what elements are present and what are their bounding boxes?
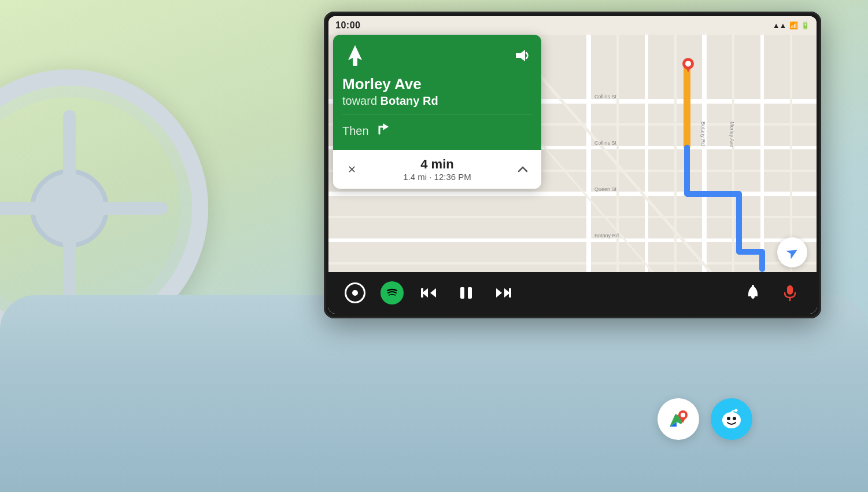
- control-right-group: [736, 276, 807, 310]
- nav-card-bottom: ✕ 4 min 1.4 mi · 12:36 PM: [333, 150, 541, 189]
- svg-point-30: [685, 61, 691, 67]
- svg-marker-34: [383, 123, 389, 130]
- svg-rect-39: [468, 287, 472, 299]
- home-circle-icon: [345, 282, 365, 303]
- svg-point-53: [722, 412, 741, 428]
- svg-marker-40: [496, 288, 502, 298]
- compass-arrow-icon: ➤: [782, 241, 803, 263]
- control-bar: [328, 272, 817, 314]
- svg-rect-44: [787, 285, 793, 295]
- nav-card-header: [342, 43, 532, 68]
- waze-app-icon[interactable]: [711, 398, 752, 440]
- dashboard: [0, 295, 868, 492]
- spotify-button[interactable]: [375, 276, 409, 310]
- svg-rect-37: [421, 288, 423, 298]
- prev-track-button[interactable]: [412, 276, 446, 310]
- status-time: 10:00: [335, 20, 360, 31]
- nav-expand-button[interactable]: [514, 160, 532, 179]
- notification-button[interactable]: [736, 276, 770, 310]
- next-track-button[interactable]: [486, 276, 520, 310]
- svg-rect-32: [353, 57, 357, 66]
- signal-icon: ▲▲: [773, 21, 786, 30]
- home-circle-inner: [352, 290, 358, 296]
- svg-text:Botany Rd: Botany Rd: [700, 122, 706, 146]
- spotify-icon: [381, 281, 404, 304]
- svg-text:Collins St: Collins St: [594, 140, 617, 146]
- nav-toward-street: Botany Rd: [381, 94, 438, 107]
- nav-info: 4 min 1.4 mi · 12:36 PM: [403, 157, 471, 182]
- home-button[interactable]: [338, 276, 372, 310]
- svg-text:Collins St: Collins St: [594, 94, 617, 100]
- nav-card-top: Morley Ave toward Botany Rd Then: [333, 35, 541, 150]
- svg-text:Morley Ave: Morley Ave: [729, 122, 735, 147]
- svg-marker-36: [430, 288, 436, 298]
- nav-toward-prefix: toward: [342, 94, 377, 107]
- battery-icon: 🔋: [801, 21, 810, 30]
- screen-bezel: Collins St Collins St Queen St Botany Rd…: [324, 12, 821, 318]
- nav-street-name: Morley Ave: [342, 75, 532, 93]
- compass-button[interactable]: ➤: [777, 237, 807, 267]
- svg-point-51: [681, 413, 685, 417]
- voice-button[interactable]: [773, 276, 807, 310]
- nav-close-button[interactable]: ✕: [342, 160, 361, 179]
- svg-rect-42: [509, 288, 511, 298]
- navigation-card: Morley Ave toward Botany Rd Then ✕: [333, 35, 541, 189]
- steering-spoke-vertical: [63, 110, 76, 306]
- svg-rect-43: [752, 285, 754, 287]
- google-maps-icon-svg: [664, 405, 693, 434]
- nav-then-arrow-icon: [375, 121, 391, 141]
- nav-then-row: Then: [342, 115, 532, 141]
- nav-toward-text: toward Botany Rd: [342, 94, 532, 108]
- svg-point-54: [727, 417, 730, 420]
- nav-direction-arrow: [342, 43, 368, 68]
- nav-duration: 4 min: [403, 157, 471, 172]
- svg-point-56: [735, 409, 738, 412]
- wifi-icon: 📶: [789, 21, 798, 30]
- svg-rect-38: [460, 287, 464, 299]
- svg-point-55: [733, 417, 736, 420]
- pause-button[interactable]: [449, 276, 483, 310]
- svg-marker-33: [516, 50, 525, 61]
- google-maps-app-icon[interactable]: [658, 398, 699, 440]
- app-icons-row: [658, 398, 752, 440]
- nav-sound-button[interactable]: [511, 45, 532, 66]
- screen-display: Collins St Collins St Queen St Botany Rd…: [328, 16, 817, 314]
- svg-text:Queen St: Queen St: [594, 186, 617, 192]
- waze-icon-svg: [718, 405, 745, 433]
- status-bar: 10:00 ▲▲ 📶 🔋: [328, 16, 817, 35]
- svg-text:Botany Rd: Botany Rd: [594, 233, 619, 238]
- control-left-group: [338, 276, 520, 310]
- steering-spoke-horizontal: [0, 202, 168, 215]
- status-icons: ▲▲ 📶 🔋: [773, 21, 810, 30]
- nav-then-label: Then: [342, 124, 369, 138]
- nav-details: 1.4 mi · 12:36 PM: [403, 172, 471, 182]
